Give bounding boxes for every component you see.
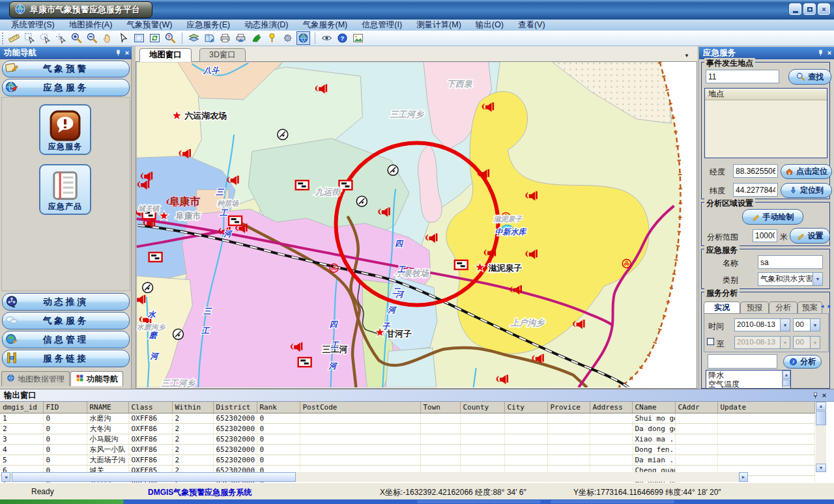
column-header[interactable]: Town	[420, 402, 460, 413]
menu-item[interactable]: 气象服务(M)	[296, 19, 355, 31]
latitude-input[interactable]	[733, 183, 778, 197]
chevron-down-icon[interactable]: ▼	[810, 319, 820, 331]
location-list[interactable]: 地点	[704, 88, 827, 158]
table-row[interactable]: 20大冬沟OXFF8626523020000Da dong gou	[0, 423, 814, 434]
nav-group-emergency-service[interactable]: 应急服务	[2, 79, 130, 96]
print-preview-icon[interactable]	[234, 31, 248, 45]
select-point-icon[interactable]	[54, 31, 68, 45]
close-icon[interactable]: ×	[820, 391, 829, 400]
column-header[interactable]: RNAME	[87, 402, 128, 413]
close-button[interactable]: ×	[818, 3, 830, 15]
listbox-scrollbar[interactable]: ▲	[782, 371, 790, 389]
close-icon[interactable]: ×	[122, 49, 132, 58]
analysis-memo-box[interactable]	[708, 354, 777, 369]
pointer-icon[interactable]	[117, 31, 130, 45]
map-tab-3d[interactable]: 3D窗口	[199, 48, 246, 62]
hour-from-select[interactable]: 00▼	[793, 318, 820, 331]
column-header[interactable]: County	[460, 402, 504, 413]
to-date-checkbox[interactable]	[707, 338, 714, 345]
service-name-input[interactable]	[758, 255, 823, 269]
output-horizontal-scrollbar[interactable]: ◄ ►	[1, 472, 748, 482]
column-header[interactable]: City	[504, 402, 547, 413]
analysis-tab-0[interactable]: 实况	[704, 301, 740, 314]
menu-item[interactable]: 信息管理(I)	[354, 19, 409, 31]
hour-to-select[interactable]: 00▼	[793, 336, 820, 349]
menu-item[interactable]: 地图操作(A)	[62, 19, 120, 31]
analysis-tab-1[interactable]: 预报	[740, 301, 769, 314]
toolbar-grip[interactable]	[2, 33, 5, 44]
taskbar-button[interactable]	[551, 500, 674, 503]
scroll-down-icon[interactable]: ▼	[816, 464, 826, 472]
output-vertical-scrollbar[interactable]: ▲ ▼	[816, 402, 826, 472]
scrollbar-thumb[interactable]	[816, 411, 826, 425]
export-image-icon[interactable]	[351, 31, 365, 45]
print-icon[interactable]	[218, 31, 232, 45]
table-row[interactable]: 30小马厩沟OXFF8626523020000Xiao ma ...	[0, 434, 814, 444]
column-header[interactable]: Rank	[257, 402, 300, 413]
analysis-tab-2[interactable]: 分析	[769, 301, 798, 314]
map-canvas[interactable]: ★★★★六运湖农场三工河乡下西泉九运街阜康市种苗场城关镇阜康市滋泥泉子甘河子小泉…	[136, 62, 697, 389]
column-header[interactable]: FID	[43, 402, 87, 413]
scroll-right-icon[interactable]: ►	[739, 472, 748, 482]
chevron-down-icon[interactable]: ▼	[812, 273, 822, 285]
full-extent-icon[interactable]	[132, 31, 146, 45]
date-from-select[interactable]: 2010-08-13▼	[734, 318, 790, 331]
longitude-input[interactable]	[733, 164, 778, 178]
table-row[interactable]: 50大面场子沟OXFF8626523020000Da mian ...	[0, 455, 814, 465]
scroll-up-icon[interactable]: ▲	[816, 402, 826, 410]
scroll-left-icon[interactable]: ◄	[1, 472, 10, 482]
column-header[interactable]: PostCode	[300, 402, 420, 413]
eye-icon[interactable]	[320, 31, 334, 45]
list-item[interactable]: 空气温度	[706, 380, 782, 389]
pan-icon[interactable]	[101, 31, 115, 45]
nav-group-weather-service[interactable]: 气象服务	[2, 312, 130, 329]
zoom-out-icon[interactable]	[85, 31, 99, 45]
refresh-icon[interactable]	[148, 31, 162, 45]
analyze-button[interactable]: i 分析	[783, 355, 822, 369]
element-listbox[interactable]: 降水空气温度 ▲	[706, 370, 791, 389]
help-icon[interactable]: ?	[336, 31, 349, 45]
table-row[interactable]: 40东风一小队OXFF8626523020000Dong fen...	[0, 444, 814, 455]
menu-item[interactable]: 系统管理(S)	[4, 19, 62, 31]
layers-icon[interactable]	[187, 31, 201, 45]
column-header[interactable]: CName	[632, 402, 675, 413]
globe-icon[interactable]	[296, 31, 310, 45]
column-header[interactable]: CAddr	[675, 402, 717, 413]
measure-icon[interactable]	[7, 31, 21, 45]
snap-arrow-icon[interactable]	[250, 31, 263, 45]
column-header[interactable]: District	[213, 402, 257, 413]
analysis-tab-3[interactable]: 预案	[798, 301, 822, 314]
nav-tool-emergency-product[interactable]: 应急产品	[39, 164, 91, 215]
nav-group-info-management[interactable]: 信息管理	[2, 331, 130, 348]
search-button[interactable]: 查找	[788, 69, 831, 85]
nav-bottom-tab-function-nav[interactable]: 功能导航	[70, 371, 123, 386]
manual-draw-button[interactable]: 手动绘制	[742, 209, 803, 225]
menu-item[interactable]: 气象预警(W)	[119, 19, 179, 31]
nav-bottom-tab-map-data[interactable]: 地图数据管理	[1, 371, 70, 386]
nav-tool-emergency-service[interactable]: 应急服务	[39, 104, 91, 155]
scrollbar-thumb[interactable]	[783, 380, 790, 386]
column-header[interactable]: Class	[128, 402, 172, 413]
column-header[interactable]: Provice	[547, 402, 590, 413]
column-header[interactable]: Update	[717, 402, 814, 413]
nav-group-dynamic-deduction[interactable]: 动态推演	[2, 293, 130, 311]
restore-button[interactable]	[803, 3, 816, 15]
click-locate-button[interactable]: 点击定位	[781, 164, 832, 179]
goto-location-button[interactable]: 定位到	[781, 183, 832, 198]
scrollbar-thumb[interactable]	[12, 472, 296, 482]
settings-icon[interactable]	[281, 31, 295, 45]
analysis-range-input[interactable]	[753, 229, 777, 242]
select-rect-icon[interactable]	[23, 31, 36, 45]
zoom-in-icon[interactable]	[70, 31, 83, 45]
service-type-select[interactable]: 气象和洪水灾害▼	[758, 272, 823, 286]
column-header[interactable]: Address	[590, 402, 632, 413]
taskbar-button[interactable]	[417, 500, 541, 503]
event-search-input[interactable]	[706, 70, 779, 83]
chevron-down-icon[interactable]: ▼	[780, 319, 790, 331]
map-tab-2d[interactable]: 地图窗口	[139, 48, 192, 62]
menu-item[interactable]: 查看(V)	[511, 19, 553, 31]
locate-pin-icon[interactable]	[265, 31, 279, 45]
menu-item[interactable]: 动态推演(D)	[237, 19, 295, 31]
tab-scroll-left-icon[interactable]: ◄	[820, 303, 825, 309]
minimize-button[interactable]	[789, 3, 801, 15]
